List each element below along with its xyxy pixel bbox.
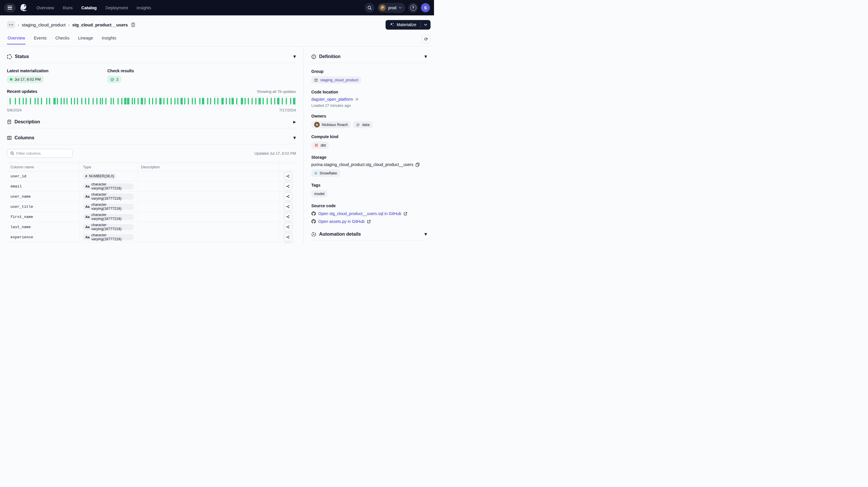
materialization-tick bbox=[113, 98, 114, 104]
materialization-tick bbox=[41, 98, 42, 104]
collapse-columns-icon[interactable]: ▼ bbox=[293, 136, 296, 140]
materialization-tick bbox=[34, 98, 36, 104]
timeline-segment bbox=[20, 96, 40, 106]
sparkles-icon bbox=[390, 22, 394, 27]
owner-avatar: N bbox=[314, 122, 320, 127]
refresh-icon: ⟳ bbox=[355, 97, 359, 101]
collapse-automation-icon[interactable]: ▼ bbox=[425, 232, 427, 236]
materialization-tick bbox=[163, 98, 164, 104]
status-summary: Latest materialization Jul 17, 8:02 PM C… bbox=[7, 68, 296, 83]
materialization-tick bbox=[248, 98, 249, 104]
nav-catalog[interactable]: Catalog bbox=[81, 5, 97, 10]
columns-icon bbox=[7, 135, 11, 140]
column-name: last_name bbox=[10, 225, 31, 229]
nav-insights[interactable]: Insights bbox=[137, 5, 151, 10]
column-description bbox=[137, 171, 280, 181]
timeline-segment bbox=[62, 96, 90, 106]
code-location-loaded: Loaded 27 minutes ago bbox=[311, 103, 427, 108]
page-actions: Materialize bbox=[385, 20, 431, 30]
column-lineage-button[interactable] bbox=[284, 172, 292, 181]
materialization-tick bbox=[134, 98, 135, 104]
description-title: Description bbox=[14, 119, 40, 124]
materialization-tick bbox=[174, 98, 176, 104]
nav-deployment[interactable]: Deployment bbox=[105, 5, 128, 10]
search-button[interactable] bbox=[365, 3, 375, 13]
asset-catalog-page: Overview Runs Catalog Deployment Insight… bbox=[0, 0, 434, 243]
code-location-link[interactable]: dagster_open_platform bbox=[311, 97, 353, 101]
collapse-definition-icon[interactable]: ▼ bbox=[425, 55, 427, 59]
materialization-tick bbox=[170, 98, 172, 104]
column-lineage-icon bbox=[286, 184, 290, 189]
copy-storage-path-button[interactable] bbox=[415, 162, 420, 167]
column-lineage-button[interactable] bbox=[284, 192, 292, 201]
dagster-logo-icon[interactable] bbox=[18, 2, 30, 13]
owner-team-badge[interactable]: data bbox=[353, 121, 372, 128]
owners-label: Owners bbox=[311, 114, 427, 118]
column-lineage-button[interactable] bbox=[284, 182, 292, 191]
owner-user-badge[interactable]: N Nicklaus Roach bbox=[311, 121, 351, 128]
materialization-tick bbox=[102, 98, 103, 104]
nav-runs[interactable]: Runs bbox=[63, 5, 72, 10]
divider bbox=[311, 240, 427, 241]
storage-platform-badge[interactable]: ❄ Snowflake bbox=[311, 170, 340, 177]
success-dot-icon bbox=[10, 78, 12, 81]
collapse-status-icon[interactable]: ▼ bbox=[293, 55, 296, 59]
materialization-tick bbox=[159, 98, 162, 104]
materialization-tick bbox=[184, 98, 185, 104]
refresh-icon: ⟳ bbox=[424, 36, 428, 42]
materialization-tick bbox=[30, 98, 31, 104]
expand-description-icon[interactable]: ▶ bbox=[293, 120, 296, 124]
clipboard-icon bbox=[131, 22, 135, 27]
tag-badge[interactable]: model bbox=[311, 190, 327, 197]
column-name: experience bbox=[10, 235, 33, 239]
latest-materialization-label: Latest materialization bbox=[7, 68, 107, 73]
breadcrumb-overflow-button[interactable] bbox=[7, 21, 15, 28]
breadcrumb-parent-link[interactable]: staging_cloud_product bbox=[22, 22, 66, 27]
column-lineage-button[interactable] bbox=[284, 212, 292, 221]
check-results-badge[interactable]: 2 bbox=[107, 76, 121, 83]
source-sql-link[interactable]: Open stg_cloud_product__users.sql in Git… bbox=[318, 211, 401, 216]
column-lineage-button[interactable] bbox=[284, 233, 292, 241]
type-badge: Aacharacter varying(16777216) bbox=[83, 214, 134, 220]
materialization-tick bbox=[85, 98, 86, 104]
materialization-tick bbox=[192, 98, 193, 104]
materialization-tick bbox=[88, 98, 89, 104]
materialization-tick bbox=[105, 98, 106, 104]
help-button[interactable]: ? bbox=[408, 3, 418, 13]
refresh-button[interactable]: ⟳ bbox=[422, 34, 431, 43]
column-lineage-button[interactable] bbox=[284, 243, 292, 243]
source-assets-link[interactable]: Open assets.py in GitHub bbox=[318, 219, 365, 224]
copy-asset-name-button[interactable] bbox=[131, 22, 135, 27]
source-code-label: Source code bbox=[311, 204, 427, 208]
tab-events[interactable]: Events bbox=[33, 34, 47, 44]
menu-button[interactable] bbox=[4, 3, 16, 12]
divider bbox=[7, 63, 296, 63]
column-description bbox=[137, 242, 280, 243]
materialize-options-button[interactable] bbox=[421, 20, 431, 30]
compute-kind-badge[interactable]: dbt bbox=[311, 142, 329, 149]
column-lineage-button[interactable] bbox=[284, 222, 292, 231]
tab-insights[interactable]: Insights bbox=[101, 34, 117, 44]
nav-overview[interactable]: Overview bbox=[36, 5, 54, 10]
tab-lineage[interactable]: Lineage bbox=[78, 34, 94, 44]
reload-code-location-button[interactable]: ⟳ bbox=[355, 97, 359, 101]
tab-checks[interactable]: Checks bbox=[55, 34, 70, 44]
materialization-tick bbox=[81, 98, 83, 104]
type-badge: Aacharacter varying(16777216) bbox=[83, 204, 134, 210]
column-lineage-button[interactable] bbox=[284, 202, 292, 211]
environment-switcher[interactable]: P prod bbox=[377, 3, 405, 13]
content-area: Status ▼ Latest materialization Jul 17, … bbox=[0, 47, 434, 243]
materialize-button[interactable]: Materialize bbox=[385, 20, 421, 30]
table-row: user_id#NUMBER(38,0) bbox=[7, 171, 296, 181]
recent-updates-timeline[interactable] bbox=[7, 96, 296, 106]
tab-overview[interactable]: Overview bbox=[7, 34, 26, 44]
group-badge[interactable]: staging_cloud_product bbox=[311, 76, 361, 84]
user-menu[interactable]: S bbox=[421, 3, 430, 12]
materialization-tick bbox=[217, 98, 218, 104]
timeline-segment bbox=[7, 96, 21, 106]
text-type-icon: Aa bbox=[85, 185, 90, 188]
filter-columns-input[interactable] bbox=[16, 151, 69, 156]
materialization-tick bbox=[141, 98, 143, 104]
latest-materialization-badge[interactable]: Jul 17, 8:02 PM bbox=[7, 76, 43, 83]
column-description bbox=[137, 222, 280, 232]
